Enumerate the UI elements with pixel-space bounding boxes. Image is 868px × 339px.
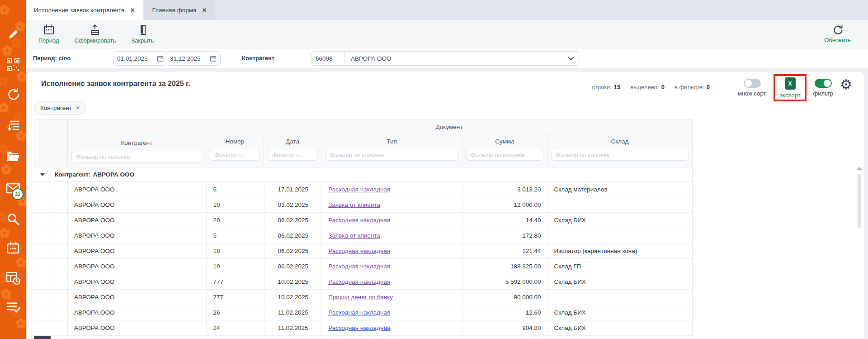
pencil-icon[interactable] [0,27,26,42]
tab-execution-of-requests[interactable]: Исполнение заявок контрагента ✕ [26,0,143,20]
warehouse-filter-input[interactable] [551,149,689,161]
period-button[interactable]: Период [33,23,65,45]
search-icon[interactable] [0,212,26,226]
qr-code-icon[interactable] [0,57,26,72]
document-type-link[interactable]: Расходная накладная [328,278,390,285]
document-type-link[interactable]: Расходная накладная [328,248,390,254]
tasks-icon[interactable] [0,300,26,314]
chip-close-icon[interactable]: ✕ [76,105,80,111]
scrollbar-thumb[interactable] [858,174,861,229]
document-type-link[interactable]: Расходная накладная [328,263,390,270]
selector-cell[interactable] [51,197,68,212]
print-form-icon[interactable] [0,119,26,133]
group-row[interactable]: Контрагент:АВРОРА ООО [34,167,693,182]
contractor-column-header[interactable]: Контрагент [68,120,206,167]
calendar-icon[interactable] [210,55,217,62]
mail-icon[interactable]: 31 [0,182,26,195]
sync-icon[interactable] [0,87,26,101]
expand-cell [34,228,51,243]
refresh-button[interactable]: Обновить [819,23,856,44]
collapse-group-button[interactable] [34,167,51,181]
sum-filter-input[interactable] [466,149,543,161]
period-button-label: Период [38,37,59,44]
close-button[interactable]: Закрыть [126,23,159,45]
table-row[interactable]: АВРОРА ООО 24 11.02.2025 Расходная накла… [34,320,692,336]
table-row[interactable]: АВРОРА ООО 777 10.02.2025 Расходная накл… [34,274,692,290]
contractor-code[interactable]: 66098 [312,52,344,65]
generate-button[interactable]: Сформировать [69,23,122,45]
next-row-partial [34,336,693,339]
type-column-header[interactable]: Тип [321,134,462,167]
selector-cell[interactable] [51,259,68,274]
contractor-combobox[interactable]: 66098 АВРОРА ООО [311,51,580,66]
tab-main-form[interactable]: Главная форма ✕ [144,0,215,20]
column-label[interactable]: Дата [264,134,321,148]
table-row[interactable]: АВРОРА ООО 10 03.02.2025 Заявка от клиен… [34,197,692,213]
column-label[interactable]: Сумма [462,134,547,148]
table-row[interactable]: АВРОРА ООО 5 06.02.2025 Заявка от клиент… [34,228,692,244]
sum-column-header[interactable]: Сумма [462,134,547,167]
table-stats: строки:15 выделено:0 в фильтре:0 [592,84,710,91]
table-row[interactable]: АВРОРА ООО 19 06.02.2025 Расходная накла… [34,259,692,274]
type-filter-input[interactable] [325,149,458,161]
table-row[interactable]: АВРОРА ООО 777 10.02.2025 Приход денег п… [34,290,692,305]
selector-cell[interactable] [51,244,68,258]
document-type-link[interactable]: Расходная накладная [328,309,390,316]
gear-icon[interactable]: ⚙ [840,78,852,91]
calendar-icon[interactable] [0,241,26,255]
multisort-control[interactable]: множ.сорт. [738,79,767,97]
selector-cell[interactable] [51,320,68,335]
warehouse-cell [547,290,692,305]
chevron-down-icon[interactable] [568,57,574,61]
document-type-link[interactable]: Расходная накладная [328,186,390,193]
selector-cell[interactable] [51,305,68,320]
date-column-header[interactable]: Дата [264,134,321,167]
column-label[interactable]: Тип [321,134,462,148]
folder-icon[interactable] [0,149,26,163]
table-row[interactable]: АВРОРА ООО 20 06.02.2025 Расходная накла… [34,213,692,228]
selector-cell[interactable] [51,290,68,305]
calendar-icon[interactable] [157,55,164,62]
number-column-header[interactable]: Номер [206,134,264,167]
tab-close-icon[interactable]: ✕ [130,7,135,14]
number-filter-input[interactable] [210,149,260,161]
document-type-link[interactable]: Заявка от клиента [328,232,380,239]
export-control[interactable]: X экспорт [779,77,800,99]
column-label[interactable]: Номер [206,134,264,148]
date-from-value: 01.01.2025 [117,55,148,62]
selector-cell[interactable] [51,228,68,243]
table-row[interactable]: АВРОРА ООО 26 11.02.2025 Расходная накла… [34,305,692,320]
selector-cell[interactable] [51,213,68,228]
document-type-link[interactable]: Расходная накладная [328,325,390,331]
expand-cell [34,244,51,258]
multisort-toggle[interactable] [744,79,761,88]
document-type-link[interactable]: Расходная накладная [328,217,390,224]
contractor-cell: АВРОРА ООО [68,197,207,212]
table-row[interactable]: АВРОРА ООО 18 06.02.2025 Расходная накла… [34,244,692,259]
date-to-field[interactable]: 31.12.2025 [166,51,221,66]
column-label[interactable]: Склад [547,134,692,148]
date-from-field[interactable]: 01.01.2025 [113,51,168,66]
vertical-scrollbar[interactable] [857,167,862,339]
schedule-icon[interactable] [0,271,26,285]
expand-cell [34,305,51,320]
excel-icon[interactable]: X [785,77,796,90]
scroll-up-arrow-icon[interactable] [857,167,862,170]
selector-cell[interactable] [51,182,68,197]
type-cell: Расходная накладная [322,305,463,320]
tab-close-icon[interactable]: ✕ [202,7,207,14]
warehouse-column-header[interactable]: Склад [547,134,692,167]
document-type-link[interactable]: Приход денег по банку [328,294,393,301]
contractor-filter-input[interactable] [71,151,202,162]
warehouse-cell [547,228,692,243]
selector-cell[interactable] [51,274,68,289]
column-label[interactable]: Контрагент [68,135,206,150]
date-filter-input[interactable] [268,149,317,161]
contractor-label: Контрагент [242,55,274,62]
document-type-link[interactable]: Заявка от клиента [328,201,380,208]
table-row[interactable]: АВРОРА ООО 6 17.01.2025 Расходная наклад… [34,182,692,197]
date-to-value: 31.12.2025 [170,55,201,62]
contractor-grouping-chip[interactable]: Контрагент ✕ [34,101,86,115]
filter-toggle[interactable] [815,79,832,88]
filter-control[interactable]: фильтр [813,79,833,97]
